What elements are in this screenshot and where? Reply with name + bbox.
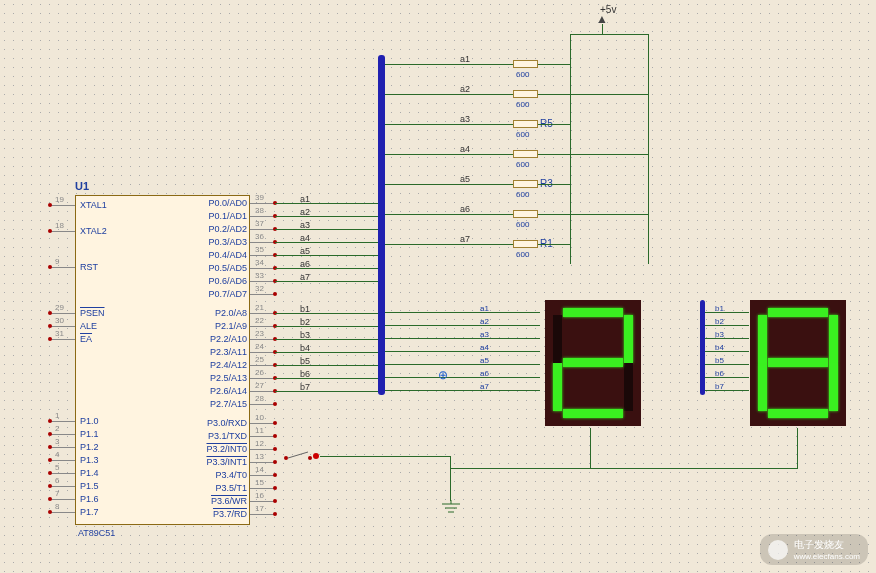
seg2-g bbox=[768, 358, 828, 367]
net-label: a3 bbox=[300, 220, 310, 230]
pin-num: 16 bbox=[255, 491, 264, 500]
seg-pin-label: a7 bbox=[480, 382, 489, 391]
pin-stub bbox=[50, 512, 75, 513]
seg2-a bbox=[768, 308, 828, 317]
pin-name: P0.1/AD1 bbox=[208, 211, 247, 221]
pin-num: 13 bbox=[255, 452, 264, 461]
seg-pin-label: a6 bbox=[480, 369, 489, 378]
net-label: b1 bbox=[300, 304, 310, 314]
pin-stub bbox=[250, 423, 275, 424]
pin-dot bbox=[48, 229, 52, 233]
pin-dot bbox=[273, 512, 277, 516]
pin-dot bbox=[273, 447, 277, 451]
pin-dot bbox=[48, 484, 52, 488]
pin-stub bbox=[250, 242, 275, 243]
pin-stub bbox=[250, 268, 275, 269]
seg-wire bbox=[385, 312, 540, 313]
pin-stub bbox=[50, 447, 75, 448]
pin-stub bbox=[250, 475, 275, 476]
pin-num: 10 bbox=[255, 413, 264, 422]
res-val: 600 bbox=[516, 190, 529, 199]
push-button bbox=[282, 448, 312, 460]
net-wire bbox=[275, 216, 378, 217]
seg-wire bbox=[385, 338, 540, 339]
pin-num: 1 bbox=[55, 411, 59, 420]
seven-seg-display-2 bbox=[750, 300, 846, 426]
pin-num: 22 bbox=[255, 316, 264, 325]
pin-stub bbox=[250, 326, 275, 327]
pin-stub bbox=[50, 267, 75, 268]
seg1-d bbox=[563, 409, 623, 418]
res-net-label: a6 bbox=[460, 204, 470, 214]
net-wire bbox=[275, 365, 378, 366]
res-wire-right bbox=[538, 244, 570, 245]
res-wire-left bbox=[385, 154, 513, 155]
pin-stub bbox=[50, 326, 75, 327]
pin-num: 12 bbox=[255, 439, 264, 448]
pin-stub bbox=[250, 313, 275, 314]
net-label: b3 bbox=[300, 330, 310, 340]
ic-part-label: AT89C51 bbox=[78, 528, 115, 538]
pin-stub bbox=[250, 216, 275, 217]
origin-marker-icon: ⊕ bbox=[438, 368, 448, 382]
pin-dot bbox=[273, 499, 277, 503]
pin-stub bbox=[50, 339, 75, 340]
seg1-c bbox=[624, 363, 633, 411]
seg-wire bbox=[385, 325, 540, 326]
pin-name: P0.3/AD3 bbox=[208, 237, 247, 247]
pin-dot bbox=[273, 473, 277, 477]
pin-name: P3.0/RXD bbox=[207, 418, 247, 428]
pin-num: 34 bbox=[255, 258, 264, 267]
pin-dot bbox=[48, 497, 52, 501]
svg-point-3 bbox=[313, 453, 319, 459]
pin-name: P0.5/AD5 bbox=[208, 263, 247, 273]
res-val: 600 bbox=[516, 160, 529, 169]
seg1-b bbox=[624, 315, 633, 363]
pin-name: P1.7 bbox=[80, 507, 99, 517]
pin-dot bbox=[48, 471, 52, 475]
seg-pin-label: a2 bbox=[480, 317, 489, 326]
pin-num: 18 bbox=[55, 221, 64, 230]
pin-num: 2 bbox=[55, 424, 59, 433]
power-rail-wire-h bbox=[570, 34, 648, 35]
bus-vertical bbox=[378, 55, 385, 395]
net-label: a1 bbox=[300, 194, 310, 204]
pin-name: P1.2 bbox=[80, 442, 99, 452]
svg-point-1 bbox=[308, 456, 312, 460]
pin-num: 35 bbox=[255, 245, 264, 254]
res-wire-left bbox=[385, 64, 513, 65]
resistor bbox=[513, 180, 538, 188]
svg-line-2 bbox=[288, 452, 308, 458]
seg-wire bbox=[705, 390, 749, 391]
seg-pin-label: b6 bbox=[715, 369, 724, 378]
net-label: b5 bbox=[300, 356, 310, 366]
pin-stub bbox=[250, 203, 275, 204]
watermark: 电子发烧友 www.elecfans.com bbox=[760, 534, 868, 565]
net-wire bbox=[275, 242, 378, 243]
res-val: 600 bbox=[516, 220, 529, 229]
pin-name: XTAL1 bbox=[80, 200, 107, 210]
net-wire bbox=[275, 255, 378, 256]
seg1-g bbox=[563, 358, 623, 367]
res-val: 600 bbox=[516, 70, 529, 79]
pin-stub bbox=[50, 205, 75, 206]
net-label: b4 bbox=[300, 343, 310, 353]
res-wire-right bbox=[538, 154, 648, 155]
res-wire-right bbox=[538, 64, 570, 65]
pin-dot bbox=[273, 402, 277, 406]
net-wire bbox=[275, 268, 378, 269]
pin-name: P2.4/A12 bbox=[210, 360, 247, 370]
pin-dot bbox=[48, 432, 52, 436]
seg2-d bbox=[768, 409, 828, 418]
seg-wire bbox=[705, 351, 749, 352]
res-net-label: a5 bbox=[460, 174, 470, 184]
pin-num: 14 bbox=[255, 465, 264, 474]
pin-num: 27 bbox=[255, 381, 264, 390]
pin-dot bbox=[48, 445, 52, 449]
net-label: b7 bbox=[300, 382, 310, 392]
net-label: a6 bbox=[300, 259, 310, 269]
pin-num: 21 bbox=[255, 303, 264, 312]
net-wire bbox=[275, 229, 378, 230]
seg-pin-label: b5 bbox=[715, 356, 724, 365]
pin-dot bbox=[48, 265, 52, 269]
